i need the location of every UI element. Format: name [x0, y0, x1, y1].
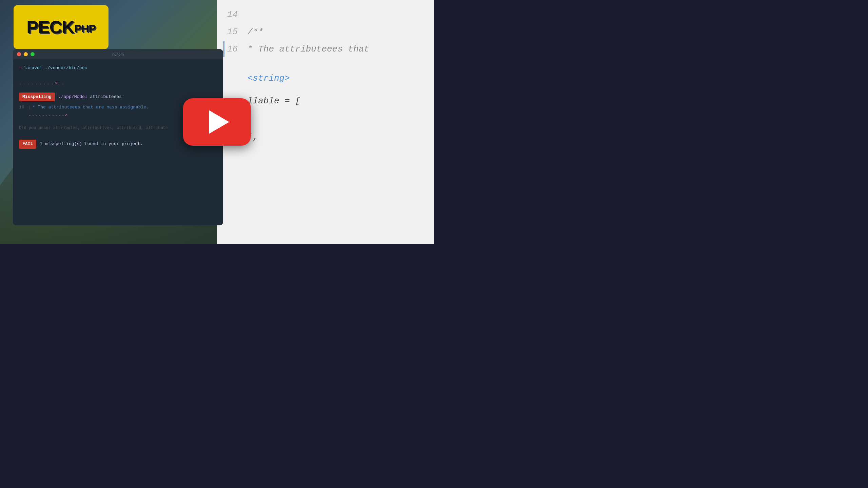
terminal-dots: .........	[19, 80, 55, 87]
terminal-fail-message: 1 misspelling(s) found in your project.	[40, 141, 143, 148]
terminal-command-line: → laravel ./vendor/bin/pec	[19, 65, 217, 72]
terminal-title: nunom	[112, 52, 124, 56]
line-number-16: 16	[227, 41, 248, 57]
line-content-16: * The attributeees that	[248, 41, 369, 57]
terminal-pipe: |	[28, 104, 31, 111]
line-content-15: /**	[248, 24, 263, 40]
line-content-type: <string>	[248, 70, 290, 86]
terminal-misspelled-word: attributeees'	[87, 94, 124, 101]
play-overlay	[183, 98, 251, 146]
logo-php-text: PHP	[74, 22, 96, 35]
terminal-prompt: →	[19, 65, 22, 72]
code-line-15: 15 /**	[227, 24, 424, 40]
terminal-line-num: 16	[19, 104, 28, 111]
terminal-titlebar: nunom	[13, 49, 223, 59]
terminal-x-mark: ✕	[55, 80, 58, 87]
window-dot-green[interactable]	[31, 52, 35, 56]
fail-badge: FAIL	[19, 140, 36, 149]
code-line-16: 16 * The attributeees that	[223, 41, 424, 57]
terminal-dots-after: ..	[58, 80, 66, 87]
play-triangle-icon	[209, 110, 229, 134]
misspelling-badge: Misspelling	[19, 93, 55, 102]
peckphp-logo: PECKPHP	[14, 5, 108, 49]
window-dot-yellow[interactable]	[24, 52, 28, 56]
code-line-string: ',	[227, 129, 424, 145]
terminal-underline: -----------^	[28, 113, 68, 120]
terminal-comment-line: * The attributeees that are mass assigna…	[33, 104, 149, 111]
terminal-suggestion: Did you mean: attributes, attributives, …	[19, 125, 168, 131]
line-number-15: 15	[227, 24, 248, 40]
logo-text-container: PECKPHP	[26, 18, 95, 36]
code-line-type: <string>	[227, 70, 424, 86]
window-dot-red[interactable]	[17, 52, 21, 56]
play-button[interactable]	[183, 98, 251, 146]
code-line-14: 14	[227, 7, 424, 23]
line-content-fillable: llable = [	[248, 93, 300, 109]
code-line-fillable: llable = [	[227, 93, 424, 109]
terminal-command: laravel ./vendor/bin/pec	[24, 65, 87, 72]
logo-text: PECKPHP	[26, 17, 95, 37]
fillable-text: llable = [	[248, 96, 300, 106]
terminal-dots-line: ......... ✕ ..	[19, 77, 217, 87]
line-number-14: 14	[227, 7, 248, 23]
terminal-file-path: ./app/Model	[58, 94, 87, 101]
